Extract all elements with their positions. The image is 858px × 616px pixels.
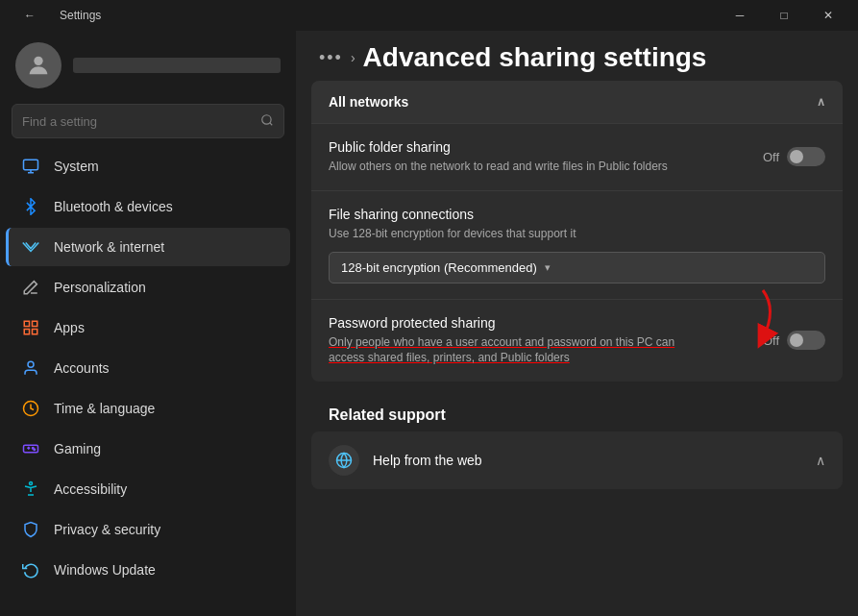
nav-item[interactable]: Accounts [6, 349, 290, 387]
svg-rect-7 [33, 321, 37, 326]
app-body: System Bluetooth & devices Network & int… [0, 31, 858, 616]
svg-point-10 [28, 361, 34, 367]
settings-scroll-area[interactable]: All networks ∧ Public folder sharing All… [296, 81, 858, 616]
svg-rect-9 [24, 330, 29, 334]
network-icon [21, 237, 40, 257]
avatar [15, 42, 61, 88]
gaming-icon [21, 439, 40, 458]
titlebar-left: ← Settings [8, 0, 101, 31]
sidebar-item-label: Time & language [54, 401, 155, 416]
breadcrumb-dots: ••• [319, 48, 343, 68]
nav-item[interactable]: Accessibility [6, 470, 290, 508]
all-networks-label: All networks [329, 94, 408, 110]
sidebar-item-label: System [54, 159, 99, 174]
breadcrumb-chevron: › [351, 50, 355, 65]
file-sharing-desc: Use 128-bit encryption for devices that … [329, 226, 694, 242]
sidebar-item-label: Apps [54, 320, 85, 335]
help-web-label: Help from the web [373, 453, 482, 468]
app-title: Settings [60, 9, 101, 22]
time-icon [21, 399, 40, 418]
user-name-bar [73, 58, 281, 73]
svg-point-15 [30, 482, 33, 485]
public-folder-desc: Allow others on the network to read and … [329, 159, 694, 175]
system-icon [21, 157, 40, 176]
section-collapse-icon: ∧ [817, 95, 825, 109]
sidebar-item-label: Accounts [54, 360, 110, 376]
sidebar-item-label: Personalization [54, 280, 146, 295]
bluetooth-icon [21, 197, 40, 216]
help-web-chevron: ∧ [816, 453, 825, 468]
sidebar-item-label: Privacy & security [54, 522, 160, 537]
password-sharing-desc: Only people who have a user account and … [329, 334, 694, 367]
accounts-icon [21, 358, 40, 378]
red-arrow-annotation [739, 290, 787, 348]
sidebar-item-label: Bluetooth & devices [54, 199, 173, 214]
accessibility-icon [21, 480, 40, 499]
help-web-row[interactable]: Help from the web ∧ [311, 431, 843, 489]
svg-rect-6 [24, 321, 29, 326]
sidebar-item-label: Network & internet [54, 239, 164, 255]
back-button[interactable]: ← [8, 0, 52, 31]
password-sharing-row: Password protected sharing Only people w… [311, 299, 843, 382]
user-section [0, 31, 296, 100]
nav-item[interactable]: Gaming [6, 430, 290, 468]
svg-point-0 [34, 57, 42, 65]
file-sharing-label: File sharing connections [329, 207, 825, 222]
public-folder-label: Public folder sharing [329, 139, 763, 155]
page-header: ••• › Advanced sharing settings [296, 31, 858, 81]
privacy-icon [21, 520, 40, 539]
update-icon [21, 560, 40, 579]
search-icon [260, 113, 274, 130]
nav-item[interactable]: Time & language [6, 389, 290, 428]
help-web-left: Help from the web [329, 445, 482, 476]
nav-item[interactable]: Personalization [6, 268, 290, 307]
dropdown-chevron-icon: ▾ [545, 261, 551, 274]
all-networks-header[interactable]: All networks ∧ [311, 81, 843, 123]
personalization-icon [21, 278, 40, 297]
related-support-section: Related support Help from the web ∧ [311, 393, 843, 489]
titlebar: ← Settings ─ □ ✕ [0, 0, 858, 31]
svg-rect-8 [33, 330, 37, 334]
svg-point-14 [34, 449, 36, 451]
window-controls: ─ □ ✕ [718, 0, 850, 31]
public-folder-toggle-group: Off [763, 147, 825, 166]
minimize-button[interactable]: ─ [718, 0, 762, 31]
public-folder-info: Public folder sharing Allow others on th… [329, 139, 763, 175]
nav-item[interactable]: Windows Update [6, 551, 290, 589]
help-web-icon [329, 445, 359, 476]
svg-line-2 [270, 122, 273, 125]
dropdown-value: 128-bit encryption (Recommended) [341, 260, 537, 275]
sidebar-item-label: Windows Update [54, 562, 156, 578]
page-title: Advanced sharing settings [363, 42, 707, 73]
sidebar: System Bluetooth & devices Network & int… [0, 31, 296, 616]
public-folder-row: Public folder sharing Allow others on th… [311, 123, 843, 190]
close-button[interactable]: ✕ [806, 0, 850, 31]
svg-rect-12 [24, 445, 38, 453]
file-sharing-info: File sharing connections Use 128-bit enc… [329, 207, 825, 283]
svg-point-1 [262, 114, 271, 123]
svg-rect-3 [24, 160, 38, 170]
sidebar-item-label: Gaming [54, 441, 101, 456]
nav-item[interactable]: Network & internet [6, 228, 290, 266]
main-content: ••• › Advanced sharing settings All netw… [296, 31, 858, 616]
apps-icon [21, 318, 40, 337]
search-box[interactable] [12, 104, 284, 138]
nav-item[interactable]: Bluetooth & devices [6, 187, 290, 226]
related-support-title: Related support [311, 393, 843, 431]
all-networks-section: All networks ∧ Public folder sharing All… [311, 81, 843, 382]
nav-item[interactable]: Privacy & security [6, 510, 290, 549]
password-sharing-label: Password protected sharing [329, 315, 763, 331]
encryption-dropdown[interactable]: 128-bit encryption (Recommended) ▾ [329, 252, 825, 283]
password-sharing-info: Password protected sharing Only people w… [329, 315, 763, 367]
sidebar-item-label: Accessibility [54, 481, 127, 497]
public-folder-toggle-label: Off [763, 150, 779, 164]
nav-item[interactable]: System [6, 147, 290, 185]
public-folder-toggle[interactable] [787, 147, 825, 166]
file-sharing-row: File sharing connections Use 128-bit enc… [311, 190, 843, 299]
password-sharing-toggle[interactable] [787, 331, 825, 350]
maximize-button[interactable]: □ [762, 0, 806, 31]
nav-item[interactable]: Apps [6, 308, 290, 347]
search-input[interactable] [22, 114, 260, 129]
